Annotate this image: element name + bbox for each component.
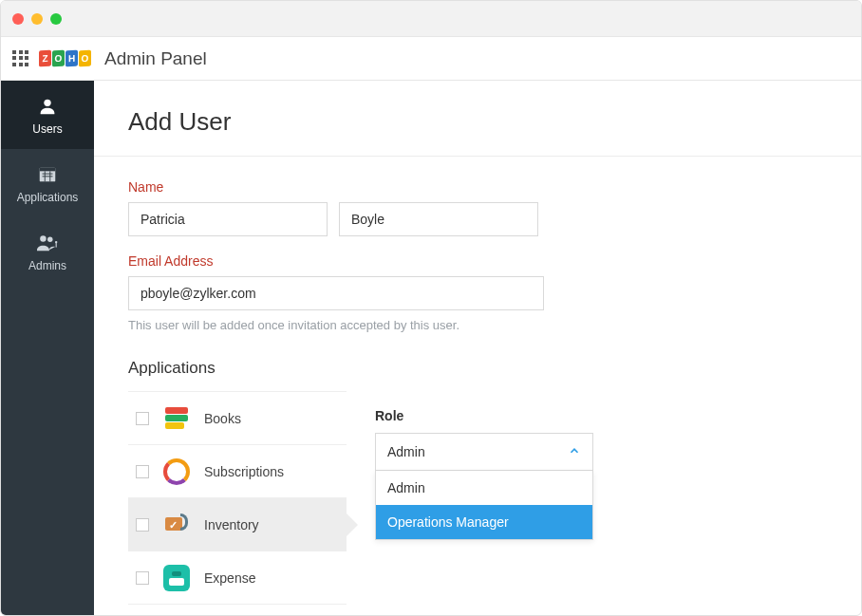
applications-section-label: Applications xyxy=(128,359,827,378)
sidebar-item-admins[interactable]: Admins xyxy=(1,217,94,286)
app-label: Books xyxy=(204,411,241,426)
sidebar-item-label: Admins xyxy=(1,259,94,272)
svg-rect-2 xyxy=(40,168,56,172)
email-input[interactable] xyxy=(128,276,544,310)
last-name-input[interactable] xyxy=(339,202,538,236)
role-dropdown: Admin Operations Manager xyxy=(375,471,593,540)
zoho-logo: ZOHO xyxy=(39,50,91,66)
page-title: Add User xyxy=(128,107,827,137)
svg-point-7 xyxy=(40,235,46,241)
role-select[interactable]: Admin xyxy=(375,433,593,471)
user-icon xyxy=(1,96,94,117)
name-label: Name xyxy=(128,179,827,195)
applications-icon xyxy=(1,164,94,185)
svg-point-8 xyxy=(47,237,53,243)
app-checkbox[interactable] xyxy=(136,518,149,532)
divider xyxy=(94,156,861,157)
app-checkbox[interactable] xyxy=(136,412,149,425)
role-label: Role xyxy=(375,408,593,423)
expense-icon xyxy=(162,564,191,592)
subscriptions-icon xyxy=(162,457,191,486)
svg-rect-10 xyxy=(56,242,57,248)
close-window-button[interactable] xyxy=(12,13,24,25)
header-title: Admin Panel xyxy=(104,48,207,69)
sidebar-item-applications[interactable]: Applications xyxy=(1,149,94,217)
app-row-subscriptions[interactable]: Subscriptions xyxy=(128,445,347,498)
books-icon xyxy=(162,404,191,433)
admins-icon xyxy=(1,233,94,253)
minimize-window-button[interactable] xyxy=(31,13,43,25)
role-selected-value: Admin xyxy=(387,444,425,459)
sidebar-item-label: Applications xyxy=(1,191,94,204)
main-panel: Add User Name Email Address This user wi… xyxy=(94,81,861,615)
app-label: Expense xyxy=(204,570,255,586)
app-row-books[interactable]: Books xyxy=(128,392,347,445)
svg-point-0 xyxy=(44,100,50,106)
sidebar-item-label: Users xyxy=(1,122,94,136)
email-hint: This user will be added once invitation … xyxy=(128,318,827,332)
app-checkbox[interactable] xyxy=(136,571,149,585)
window-titlebar xyxy=(1,1,861,37)
role-option-admin[interactable]: Admin xyxy=(376,471,592,505)
inventory-icon: ✓ xyxy=(162,511,191,539)
sidebar: Users Applications Admins xyxy=(1,81,94,615)
app-label: Inventory xyxy=(204,517,259,532)
sidebar-item-users[interactable]: Users xyxy=(1,81,94,149)
apps-launcher-icon[interactable] xyxy=(12,50,29,67)
app-header: ZOHO Admin Panel xyxy=(1,37,861,81)
app-row-expense[interactable]: Expense xyxy=(128,551,347,605)
app-checkbox[interactable] xyxy=(136,465,149,478)
app-label: Subscriptions xyxy=(204,464,284,479)
maximize-window-button[interactable] xyxy=(50,13,62,25)
email-label: Email Address xyxy=(128,253,827,269)
chevron-up-icon xyxy=(568,444,581,460)
role-panel: Role Admin Admin Operations Manager xyxy=(375,408,593,540)
role-option-operations-manager[interactable]: Operations Manager xyxy=(376,505,592,539)
app-row-inventory[interactable]: ✓ Inventory xyxy=(128,498,347,551)
applications-list: Books Subscriptions ✓ Inventory Expense xyxy=(128,391,347,605)
first-name-input[interactable] xyxy=(128,202,328,236)
